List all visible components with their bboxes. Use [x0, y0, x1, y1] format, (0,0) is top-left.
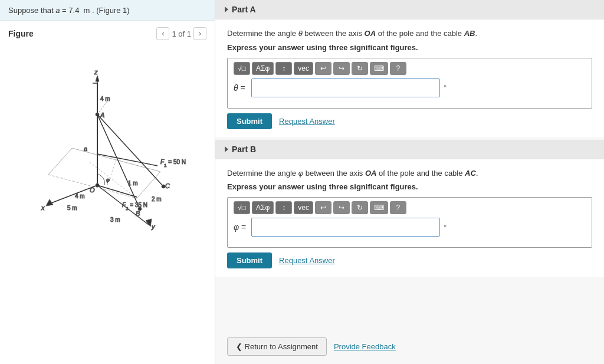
part-a-request-answer-button[interactable]: Request Answer: [279, 117, 335, 126]
svg-text:B: B: [136, 210, 140, 217]
redo-button-a[interactable]: ↪: [333, 62, 350, 75]
svg-text:3 m: 3 m: [110, 217, 120, 223]
figure-header: Figure ‹ 1 of 1 ›: [8, 27, 206, 40]
svg-text:C: C: [165, 182, 170, 189]
part-b-unit: °: [444, 223, 447, 232]
svg-text:1 m: 1 m: [128, 180, 138, 186]
part-a-label: Part A: [232, 5, 256, 14]
figure-svg: z x y O A: [19, 51, 196, 240]
svg-text:y: y: [151, 223, 156, 230]
part-b-section: Part B Determine the angle φ between the…: [215, 140, 604, 277]
part-a-header: Part A: [215, 0, 604, 19]
reset-button-a[interactable]: ↻: [352, 62, 368, 75]
part-b-toolbar: √□ AΣφ ↕ vec ↩ ↪ ↻ ⌨ ?: [234, 201, 586, 214]
undo-button-a[interactable]: ↩: [315, 62, 331, 75]
help-button-a[interactable]: ?: [390, 62, 406, 75]
bottom-bar: ❮ Return to Assignment Provide Feedback: [215, 329, 604, 364]
part-a-input-wrapper: √□ AΣφ ↕ vec ↩ ↪ ↻ ⌨ ? θ = °: [227, 58, 592, 109]
return-assignment-button[interactable]: ❮ Return to Assignment: [227, 337, 327, 356]
keyboard-button-a[interactable]: ⌨: [370, 62, 388, 75]
part-a-collapse-icon[interactable]: [225, 6, 228, 12]
part-a-toolbar: √□ AΣφ ↕ vec ↩ ↪ ↻ ⌨ ?: [234, 62, 586, 75]
part-b-body: Determine the angle φ between the axis O…: [215, 159, 604, 277]
problem-statement: Suppose that a = 7.4 m . (Figure 1): [0, 0, 215, 21]
part-a-section: Part A Determine the angle θ between the…: [215, 0, 604, 137]
part-a-answer-label: θ =: [234, 83, 248, 93]
svg-text:2 m: 2 m: [152, 196, 162, 202]
part-b-answer-label: φ =: [234, 222, 248, 232]
part-a-body: Determine the angle θ between the axis O…: [215, 19, 604, 137]
svg-text:4 m: 4 m: [100, 96, 110, 102]
sqrt-button-b[interactable]: √□: [234, 201, 250, 214]
svg-marker-12: [46, 199, 53, 206]
part-b-header: Part B: [215, 140, 604, 159]
part-b-instruction: Express your answer using three signific…: [227, 182, 592, 191]
figure-next-button[interactable]: ›: [193, 27, 206, 40]
svg-text:F1 = 50 N: F1 = 50 N: [160, 159, 186, 168]
svg-line-2: [137, 172, 160, 198]
svg-text:a: a: [84, 145, 87, 152]
keyboard-button-b[interactable]: ⌨: [370, 201, 388, 214]
part-b-input-wrapper: √□ AΣφ ↕ vec ↩ ↪ ↻ ⌨ ? φ = °: [227, 197, 592, 248]
sigma-button-a[interactable]: AΣφ: [252, 62, 274, 75]
part-b-collapse-icon[interactable]: [225, 146, 228, 152]
svg-point-32: [138, 207, 142, 211]
svg-line-26: [97, 154, 157, 166]
vec-button-b[interactable]: vec: [294, 201, 313, 214]
svg-marker-9: [96, 76, 99, 81]
svg-text:4 m: 4 m: [75, 193, 85, 199]
part-a-answer-input[interactable]: [251, 78, 440, 97]
part-a-unit: °: [444, 83, 447, 92]
figure-count: 1 of 1: [172, 29, 191, 38]
part-b-answer-row: φ = °: [234, 218, 586, 237]
provide-feedback-button[interactable]: Provide Feedback: [334, 342, 396, 351]
arrows-button-a[interactable]: ↕: [275, 62, 292, 75]
sqrt-button-a[interactable]: √□: [234, 62, 250, 75]
svg-line-1: [48, 148, 72, 175]
svg-line-28: [97, 185, 137, 197]
undo-button-b[interactable]: ↩: [315, 201, 331, 214]
part-a-actions: Submit Request Answer: [227, 113, 592, 129]
part-a-answer-row: θ = °: [234, 78, 586, 97]
svg-text:x: x: [41, 204, 45, 211]
part-b-description: Determine the angle φ between the axis O…: [227, 168, 592, 179]
help-button-b[interactable]: ?: [390, 201, 406, 214]
part-a-submit-button[interactable]: Submit: [227, 113, 272, 129]
svg-text:5 m: 5 m: [67, 205, 77, 211]
left-panel: Suppose that a = 7.4 m . (Figure 1) Figu…: [0, 0, 215, 364]
vec-button-a[interactable]: vec: [294, 62, 313, 75]
figure-section: Figure ‹ 1 of 1 ›: [0, 21, 215, 364]
svg-text:φ: φ: [106, 177, 110, 183]
arrows-button-b[interactable]: ↕: [275, 201, 292, 214]
part-a-instruction: Express your answer using three signific…: [227, 43, 592, 52]
redo-button-b[interactable]: ↪: [333, 201, 350, 214]
part-b-request-answer-button[interactable]: Request Answer: [279, 256, 335, 265]
svg-line-24: [97, 114, 140, 209]
svg-text:F2 = 35 N: F2 = 35 N: [122, 202, 147, 211]
figure-nav: ‹ 1 of 1 ›: [156, 27, 206, 40]
svg-point-34: [162, 185, 165, 188]
part-a-description: Determine the angle θ between the axis O…: [227, 28, 592, 40]
svg-text:O: O: [90, 186, 95, 194]
figure-prev-button[interactable]: ‹: [156, 27, 169, 40]
reset-button-b[interactable]: ↻: [352, 201, 368, 214]
sigma-button-b[interactable]: AΣφ: [252, 201, 274, 214]
part-b-label: Part B: [232, 145, 256, 154]
figure-title: Figure: [8, 29, 34, 38]
part-b-submit-button[interactable]: Submit: [227, 252, 272, 268]
right-panel: Part A Determine the angle θ between the…: [215, 0, 604, 364]
part-b-actions: Submit Request Answer: [227, 252, 592, 268]
figure-area: z x y O A: [8, 45, 206, 245]
svg-text:z: z: [94, 68, 98, 76]
part-b-answer-input[interactable]: [251, 218, 440, 237]
